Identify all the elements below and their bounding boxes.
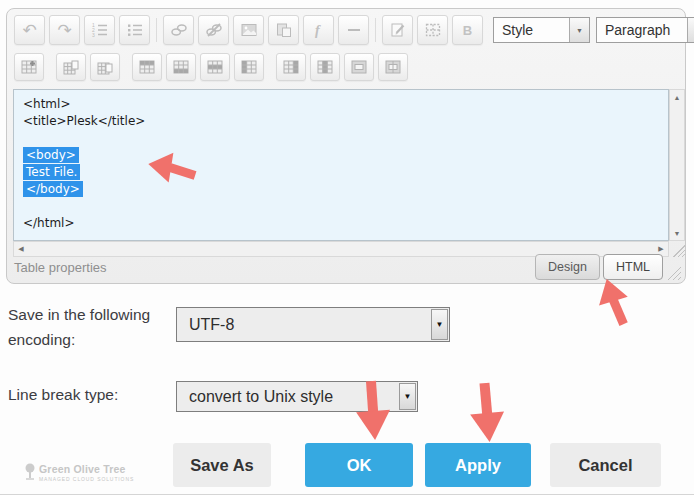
panel-resize-grip[interactable] <box>664 265 681 280</box>
paragraph-select-dropdown-button[interactable]: ▼ <box>687 18 694 42</box>
unordered-list-button[interactable] <box>119 15 150 45</box>
delete-row-button[interactable] <box>200 53 230 81</box>
statusbar-path: Table properties <box>14 260 107 275</box>
linebreak-select-dropdown-button[interactable]: ▼ <box>399 383 416 410</box>
save-as-button[interactable]: Save As <box>173 443 271 487</box>
code-line: <html> <box>23 96 664 113</box>
insert-image-button[interactable] <box>233 15 264 45</box>
wysiwyg-editor-panel: ↶ ↷ 123 <box>6 8 686 284</box>
watermark-tagline: MANAGED CLOUD SOLUTIONS <box>39 476 134 482</box>
scroll-up-icon[interactable]: ▲ <box>670 90 684 104</box>
horizontal-rule-icon <box>345 21 363 39</box>
chevron-down-icon: ▼ <box>436 320 444 329</box>
unlink-button[interactable] <box>198 15 229 45</box>
encoding-select[interactable]: UTF-8 ▼ <box>176 307 450 342</box>
textarea-resize-grip[interactable] <box>669 241 685 257</box>
insert-link-button[interactable] <box>163 15 194 45</box>
insert-media-icon <box>275 21 293 39</box>
toggle-guidelines-icon <box>424 21 442 39</box>
tree-icon <box>24 463 36 480</box>
ok-button[interactable]: OK <box>305 443 413 487</box>
style-select-dropdown-button[interactable]: ▼ <box>569 18 589 42</box>
table-cell-properties-icon <box>97 60 113 75</box>
toggle-guidelines-button[interactable] <box>417 15 448 45</box>
insert-media-button[interactable] <box>268 15 299 45</box>
table-row-properties-button[interactable] <box>56 53 86 81</box>
editor-toolbar-row-1: ↶ ↷ 123 <box>14 15 694 45</box>
undo-button[interactable]: ↶ <box>14 15 45 45</box>
split-cells-button[interactable] <box>344 53 374 81</box>
horizontal-rule-button[interactable] <box>338 15 369 45</box>
code-line-selected: </body> <box>23 181 664 198</box>
insert-link-icon <box>170 21 188 39</box>
undo-icon: ↶ <box>22 22 36 39</box>
insert-row-before-button[interactable] <box>132 53 162 81</box>
insert-flash-icon: f <box>310 21 328 39</box>
insert-table-button[interactable] <box>14 53 44 81</box>
redo-button[interactable]: ↷ <box>49 15 80 45</box>
insert-flash-button[interactable]: f <box>303 15 334 45</box>
split-cells-icon <box>351 60 367 74</box>
chevron-down-icon: ▼ <box>404 392 412 401</box>
html-source-area: <html> <title>Plesk</title> <body> Test … <box>13 89 685 257</box>
bold-icon: B <box>463 23 472 38</box>
ordered-list-button[interactable]: 123 <box>84 15 115 45</box>
unordered-list-icon <box>126 21 144 39</box>
linebreak-label: Line break type: <box>8 383 118 408</box>
insert-row-after-button[interactable] <box>166 53 196 81</box>
toolbar-separator <box>156 18 157 42</box>
code-line: <title>Plesk</title> <box>23 113 664 130</box>
scroll-left-icon[interactable]: ◀ <box>14 242 28 256</box>
style-select-value: Style <box>494 22 569 38</box>
code-line <box>23 130 664 147</box>
scroll-down-icon[interactable]: ▼ <box>670 226 684 240</box>
insert-column-before-button[interactable] <box>234 53 264 81</box>
vertical-scrollbar[interactable]: ▲ ▼ <box>669 89 685 241</box>
tab-html[interactable]: HTML <box>603 254 663 280</box>
code-line: </html> <box>23 215 664 232</box>
file-editor-window: ↶ ↷ 123 <box>0 0 694 495</box>
code-line-selected: <body> <box>23 147 664 164</box>
svg-text:f: f <box>315 23 321 38</box>
insert-table-icon <box>21 60 37 74</box>
view-mode-tabs: Design HTML <box>532 254 663 280</box>
linebreak-select[interactable]: convert to Unix style ▼ <box>176 381 418 412</box>
toolbar-separator <box>375 18 376 42</box>
table-row-properties-icon <box>63 60 79 75</box>
edit-html-source-button[interactable] <box>382 15 413 45</box>
insert-column-before-icon <box>241 60 257 74</box>
unlink-icon <box>205 21 223 39</box>
editor-toolbar-row-2 <box>14 53 412 81</box>
tab-design[interactable]: Design <box>535 254 600 280</box>
encoding-select-value: UTF-8 <box>177 308 430 341</box>
encoding-label: Save in the following encoding: <box>8 303 171 353</box>
merge-cells-button[interactable] <box>378 53 408 81</box>
svg-text:3: 3 <box>92 32 95 38</box>
paragraph-select-value: Paragraph <box>597 22 687 38</box>
bold-button[interactable]: B <box>452 15 483 45</box>
insert-row-before-icon <box>139 60 155 74</box>
delete-column-icon <box>317 60 333 74</box>
delete-column-button[interactable] <box>310 53 340 81</box>
cancel-button[interactable]: Cancel <box>550 443 661 487</box>
insert-row-after-icon <box>173 60 189 74</box>
redo-icon: ↷ <box>57 22 71 39</box>
code-line <box>23 198 664 215</box>
code-line-selected: Test File. <box>23 164 664 181</box>
code-textarea[interactable]: <html> <title>Plesk</title> <body> Test … <box>13 89 669 241</box>
watermark-logo: Green Olive Tree MANAGED CLOUD SOLUTIONS <box>24 463 134 482</box>
annotation-arrow-apply <box>464 377 510 446</box>
watermark-name: Green Olive Tree <box>39 463 134 475</box>
paragraph-format-select[interactable]: Paragraph ▼ <box>596 17 694 43</box>
linebreak-select-value: convert to Unix style <box>177 382 398 411</box>
encoding-select-dropdown-button[interactable]: ▼ <box>431 309 448 340</box>
insert-column-after-button[interactable] <box>276 53 306 81</box>
merge-cells-icon <box>385 60 401 74</box>
table-cell-properties-button[interactable] <box>90 53 120 81</box>
insert-column-after-icon <box>283 60 299 74</box>
ordered-list-icon: 123 <box>91 21 109 39</box>
insert-image-icon <box>240 21 258 39</box>
apply-button[interactable]: Apply <box>425 443 531 487</box>
delete-row-icon <box>207 60 223 74</box>
style-select[interactable]: Style ▼ <box>493 17 590 43</box>
